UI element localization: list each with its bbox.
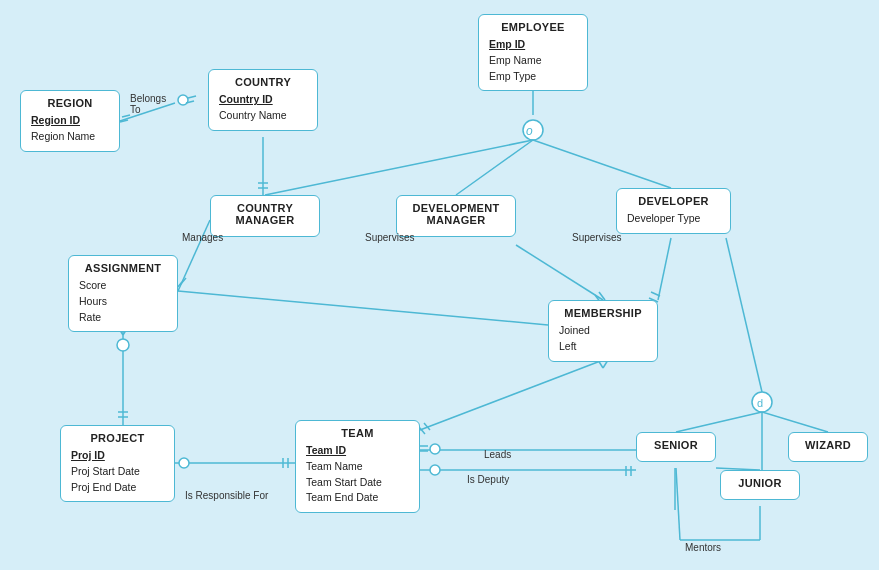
belongs-to-label: BelongsTo (130, 93, 166, 115)
svg-point-3 (178, 95, 188, 105)
junior-title: JUNIOR (731, 477, 789, 489)
mentors-label: Mentors (685, 542, 721, 553)
country-manager-title: COUNTRYMANAGER (221, 202, 309, 226)
project-attr1: Proj Start Date (71, 464, 164, 480)
employee-title: EMPLOYEE (489, 21, 577, 33)
svg-line-53 (676, 468, 680, 540)
country-attr1: Country Name (219, 108, 307, 124)
region-pk: Region ID (31, 113, 109, 129)
svg-line-22 (516, 245, 603, 300)
assignment-attr1: Score (79, 278, 167, 294)
supervises1-label: Supervises (365, 232, 414, 243)
svg-line-5 (186, 101, 194, 103)
svg-point-10 (523, 120, 543, 140)
membership-entity: MEMBERSHIP Joined Left (548, 300, 658, 362)
svg-point-47 (430, 444, 440, 454)
svg-line-2 (120, 120, 128, 122)
manages-label: Manages (182, 232, 223, 243)
svg-line-57 (420, 360, 603, 430)
team-title: TEAM (306, 427, 409, 439)
country-title: COUNTRY (219, 76, 307, 88)
svg-point-49 (430, 465, 440, 475)
team-attr2: Team Start Date (306, 475, 409, 491)
supervises2-label: Supervises (572, 232, 621, 243)
employee-attr2: Emp Type (489, 69, 577, 85)
employee-pk: Emp ID (489, 37, 577, 53)
region-attr1: Region Name (31, 129, 109, 145)
svg-line-11 (265, 140, 533, 195)
svg-line-25 (658, 238, 671, 300)
assignment-title: ASSIGNMENT (79, 262, 167, 274)
svg-point-41 (179, 458, 189, 468)
svg-line-12 (456, 140, 533, 195)
svg-point-28 (752, 392, 772, 412)
project-pk: Proj ID (71, 448, 164, 464)
is-responsible-label: Is Responsible For (185, 490, 268, 501)
country-pk: Country ID (219, 92, 307, 108)
svg-line-16 (180, 278, 186, 285)
svg-line-15 (178, 220, 210, 291)
svg-line-4 (188, 96, 196, 98)
junior-entity: JUNIOR (720, 470, 800, 500)
dev-manager-title: DEVELOPMENTMANAGER (407, 202, 505, 226)
er-diagram: o d (0, 0, 879, 570)
project-attr2: Proj End Date (71, 480, 164, 496)
team-attr3: Team End Date (306, 490, 409, 506)
svg-line-26 (651, 292, 660, 296)
svg-line-13 (533, 140, 671, 188)
team-pk: Team ID (306, 443, 409, 459)
membership-attr2: Left (559, 339, 647, 355)
svg-text:o: o (526, 124, 533, 138)
svg-text:d: d (757, 397, 763, 409)
developer-entity: DEVELOPER Developer Type (616, 188, 731, 234)
svg-line-33 (762, 412, 828, 432)
svg-line-31 (676, 412, 762, 432)
svg-line-24 (599, 292, 605, 300)
senior-title: SENIOR (647, 439, 705, 451)
svg-line-60 (424, 423, 430, 430)
assignment-attr3: Rate (79, 310, 167, 326)
svg-line-30 (726, 238, 762, 392)
employee-attr1: Emp Name (489, 53, 577, 69)
region-entity: REGION Region ID Region Name (20, 90, 120, 152)
svg-line-1 (122, 115, 130, 117)
membership-attr1: Joined (559, 323, 647, 339)
country-manager-entity: COUNTRYMANAGER (210, 195, 320, 237)
country-entity: COUNTRY Country ID Country Name (208, 69, 318, 131)
developer-attr1: Developer Type (627, 211, 720, 227)
project-title: PROJECT (71, 432, 164, 444)
svg-line-18 (178, 291, 548, 325)
wizard-entity: WIZARD (788, 432, 868, 462)
senior-entity: SENIOR (636, 432, 716, 462)
dev-manager-entity: DEVELOPMENTMANAGER (396, 195, 516, 237)
is-deputy-label: Is Deputy (467, 474, 509, 485)
wizard-title: WIZARD (799, 439, 857, 451)
region-title: REGION (31, 97, 109, 109)
assignment-attr2: Hours (79, 294, 167, 310)
team-attr1: Team Name (306, 459, 409, 475)
developer-title: DEVELOPER (627, 195, 720, 207)
project-entity: PROJECT Proj ID Proj Start Date Proj End… (60, 425, 175, 502)
leads-label: Leads (484, 449, 511, 460)
membership-title: MEMBERSHIP (559, 307, 647, 319)
team-entity: TEAM Team ID Team Name Team Start Date T… (295, 420, 420, 513)
assignment-entity: ASSIGNMENT Score Hours Rate (68, 255, 178, 332)
employee-entity: EMPLOYEE Emp ID Emp Name Emp Type (478, 14, 588, 91)
svg-point-37 (117, 339, 129, 351)
